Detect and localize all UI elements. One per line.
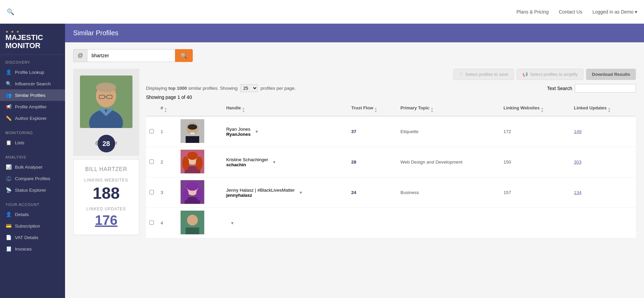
row-rank: 1 <box>157 116 177 147</box>
linking-websites-value: 188 <box>80 184 132 203</box>
svg-point-4 <box>96 83 116 92</box>
col-trust-flow[interactable]: Trust Flow▲▼ <box>348 103 397 116</box>
row-primary-topic <box>397 208 500 238</box>
col-rank[interactable]: #▲▼ <box>157 103 177 116</box>
sidebar-item-invoices[interactable]: 🧾 Invoices <box>0 243 65 255</box>
linking-websites-label: LINKING WEBSITES <box>80 178 132 183</box>
col-linked-updates[interactable]: Linked Updates▲▼ <box>570 103 636 116</box>
profile-info-card: BILL HARTZER LINKING WEBSITES 188 LINKED… <box>73 159 139 235</box>
col-photo <box>177 103 223 116</box>
row-linking-websites: 172 <box>500 116 570 147</box>
row-trust-flow: 28 <box>348 147 397 177</box>
sidebar-label-profile-amplifier: Profile Amplifier <box>15 104 47 109</box>
sidebar-item-compare-profiles[interactable]: ⚖️ Compare Profiles <box>0 173 65 184</box>
svg-point-20 <box>182 156 189 170</box>
row-linked-updates[interactable]: 303 <box>570 147 636 177</box>
search-icon[interactable]: 🔍 <box>7 8 14 16</box>
sidebar-label-details: Details <box>15 212 29 217</box>
text-search-input[interactable] <box>575 84 636 92</box>
svg-point-29 <box>187 215 198 226</box>
row-checkbox[interactable] <box>149 129 154 133</box>
row-linked-updates[interactable]: 134 <box>570 177 636 208</box>
row-handle-cell: Jenny Halasz | #BlackLivesMatterjennyhal… <box>223 177 348 208</box>
svg-point-27 <box>196 188 202 200</box>
row-photo-cell <box>177 208 223 238</box>
search-bar: @ 🔍 <box>73 49 636 62</box>
search-button[interactable]: 🔍 <box>175 49 193 62</box>
sidebar-label-lists: Lists <box>15 140 24 145</box>
row-trust-flow <box>348 208 397 238</box>
svg-rect-30 <box>186 228 199 234</box>
sidebar-label-bulk-analyser: Bulk Analyser <box>15 165 43 170</box>
pencil-icon: ✏️ <box>5 115 12 121</box>
row-handle-cell: Kristine Schachingerschachin ▼ <box>223 147 348 177</box>
svg-point-25 <box>186 182 199 191</box>
analysis-label: ANALYSIS <box>0 154 65 161</box>
sidebar-item-influencer-search[interactable]: 🔍 Influencer Search <box>0 78 65 89</box>
handle-dropdown-arrow[interactable]: ▼ <box>255 129 259 134</box>
svg-point-21 <box>196 156 203 170</box>
contact-us-link[interactable]: Contact Us <box>559 9 582 15</box>
sidebar-item-profile-amplifier[interactable]: 📢 Profile Amplifier <box>0 101 65 112</box>
sidebar-label-status-explorer: Status Explorer <box>15 188 46 193</box>
sidebar-analysis-section: ANALYSIS 📊 Bulk Analyser ⚖️ Compare Prof… <box>0 150 65 197</box>
col-handle[interactable]: Handle▲▼ <box>223 103 348 116</box>
layout: ★ ★ ★ MAJESTIC MONITOR DISCOVERY 👤 Profi… <box>0 24 644 298</box>
radar-icon: 📡 <box>5 187 12 193</box>
sidebar-label-subscription: Subscription <box>15 224 40 229</box>
header-left: 🔍 <box>7 8 14 16</box>
account-label: YOUR ACCOUNT <box>0 201 65 209</box>
select-save-button[interactable]: ♡ Select profiles to save <box>453 69 514 80</box>
row-trust-flow: 24 <box>348 177 397 208</box>
row-primary-topic: Web Design and Development <box>397 147 500 177</box>
row-handle-cell: ▼ <box>223 208 348 238</box>
sidebar-item-lists[interactable]: 📋 Lists <box>0 137 65 148</box>
per-page-select[interactable]: 25 50 100 <box>240 84 258 92</box>
at-symbol: @ <box>73 49 87 62</box>
logged-in-label[interactable]: Logged in as Demo ▾ <box>593 9 637 15</box>
logo-text: MAJESTIC MONITOR <box>5 34 60 50</box>
col-primary-topic[interactable]: Primary Topic▲▼ <box>397 103 500 116</box>
sidebar-item-bulk-analyser[interactable]: 📊 Bulk Analyser <box>0 161 65 173</box>
row-trust-flow: 37 <box>348 116 397 147</box>
row-linking-websites: 157 <box>500 177 570 208</box>
svg-point-13 <box>188 124 197 130</box>
plans-pricing-link[interactable]: Plans & Pricing <box>517 9 549 15</box>
row-linking-websites: 150 <box>500 147 570 177</box>
sidebar-item-similar-profiles[interactable]: 👥 Similar Profiles <box>0 89 65 101</box>
details-icon: 👤 <box>5 212 12 217</box>
handle-dropdown-arrow[interactable]: ▼ <box>299 190 303 195</box>
svg-rect-11 <box>186 136 199 143</box>
table-header-row: #▲▼ Handle▲▼ Trust Flow▲▼ P <box>146 103 636 116</box>
sidebar-discovery-section: DISCOVERY 👤 Profile Lookup 🔍 Influencer … <box>0 55 65 125</box>
sidebar-item-profile-lookup[interactable]: 👤 Profile Lookup <box>0 66 65 78</box>
handle-dropdown-arrow[interactable]: ▼ <box>272 160 276 165</box>
row-primary-topic: Business <box>397 177 500 208</box>
sidebar-logo: ★ ★ ★ MAJESTIC MONITOR <box>0 24 65 55</box>
monitoring-label: MONITORING <box>0 129 65 137</box>
sidebar-item-status-explorer[interactable]: 📡 Status Explorer <box>0 184 65 196</box>
display-bold: top 1000 <box>168 86 187 91</box>
row-checkbox[interactable] <box>149 220 154 225</box>
sidebar-account-section: YOUR ACCOUNT 👤 Details 💳 Subscription 📄 … <box>0 197 65 256</box>
row-checkbox[interactable] <box>149 159 154 164</box>
row-linked-updates[interactable]: 149 <box>570 116 636 147</box>
sidebar-item-subscription[interactable]: 💳 Subscription <box>0 220 65 232</box>
sidebar-item-vat-details[interactable]: 📄 VAT Details <box>0 232 65 243</box>
action-bar: ♡ Select profiles to save 📢 Select profi… <box>146 69 636 80</box>
table-row: 1 Ryan JonesRyanJones ▼ 37 Etiquette 172… <box>146 116 636 147</box>
sidebar-monitoring-section: MONITORING 📋 Lists <box>0 125 65 150</box>
sidebar-item-author-explorer[interactable]: ✏️ Author Explorer <box>0 112 65 124</box>
handle-dropdown-arrow[interactable]: ▼ <box>230 221 234 226</box>
linked-updates-value[interactable]: 176 <box>80 213 132 228</box>
download-results-button[interactable]: Download Results <box>586 69 636 80</box>
row-rank: 2 <box>157 147 177 177</box>
row-checkbox-cell <box>146 208 157 238</box>
col-linking-websites[interactable]: Linking Websites▲▼ <box>500 103 570 116</box>
search-input[interactable] <box>87 49 175 62</box>
sidebar-item-details[interactable]: 👤 Details <box>0 209 65 220</box>
select-amplify-button[interactable]: 📢 Select profiles to amplify <box>517 69 583 80</box>
row-rank: 3 <box>157 177 177 208</box>
table-row: 2 Kristine Schachingerschachin ▼ 28 Web … <box>146 147 636 177</box>
row-checkbox[interactable] <box>149 190 154 194</box>
